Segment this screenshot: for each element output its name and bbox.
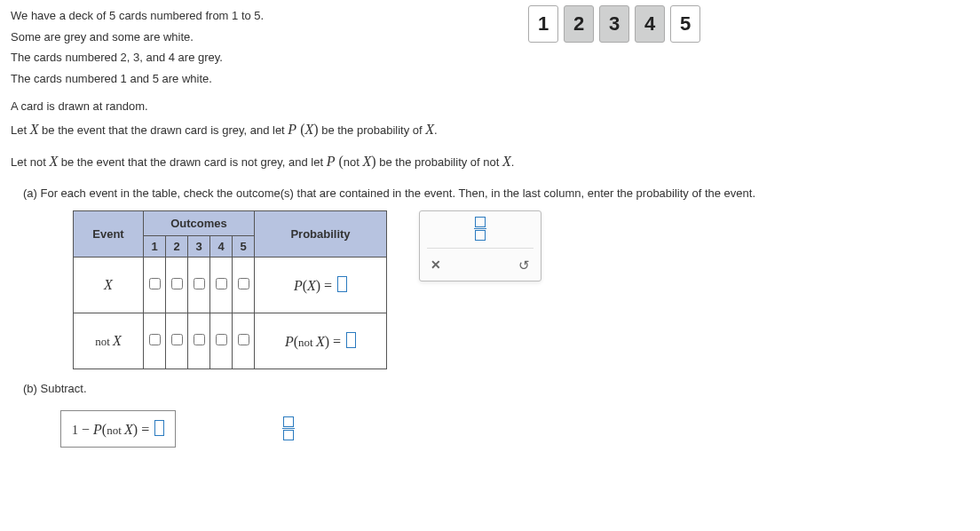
var-x: X [104, 277, 113, 292]
intro-line-4: The cards numbered 1 and 5 are white. [11, 70, 969, 88]
chk-x-2[interactable] [171, 278, 183, 289]
chk-x-4[interactable] [216, 278, 227, 289]
txt-not: not [298, 336, 316, 349]
definition-not-x: Let not X be the event that the drawn ca… [11, 151, 969, 172]
var-x: X [316, 334, 325, 349]
definition-x: A card is drawn at random. Let X be the … [11, 98, 969, 140]
fn-p: P [327, 154, 336, 169]
txt-not: not [344, 155, 363, 169]
chk-notx-3[interactable] [194, 334, 205, 345]
fn-p: P [288, 122, 296, 137]
row-x: X P(X) = [74, 258, 387, 313]
card-4: 4 [635, 5, 665, 43]
txt: be the probability of not [376, 155, 502, 169]
subtract-expression: 1 − P(not X) = [60, 410, 176, 448]
intro-text: We have a deck of 5 cards numbered from … [11, 7, 969, 87]
paren-open: ( [336, 154, 344, 169]
chk-notx-5[interactable] [238, 334, 249, 345]
fraction-numerator-icon [475, 217, 486, 227]
var-x: X [49, 154, 58, 169]
card-3: 3 [599, 5, 629, 43]
event-x-label: X [74, 258, 144, 313]
part-b-prompt: (b) Subtract. [23, 380, 969, 398]
def-notx-line: Let not X be the event that the drawn ca… [11, 151, 969, 172]
txt: Let not [11, 155, 49, 169]
fraction-denominator-icon [283, 430, 294, 440]
fraction-bar-icon [474, 228, 486, 229]
prob-x-cell: P(X) = [255, 258, 387, 313]
chk-x-5[interactable] [238, 278, 249, 289]
intro-line-3: The cards numbered 2, 3, and 4 are grey. [11, 49, 969, 67]
th-probability: Probability [255, 211, 387, 258]
answer-box-p-x[interactable] [337, 276, 347, 292]
event-notx-label: not X [74, 313, 144, 369]
tool-palette: ✕ ↺ [419, 210, 541, 281]
fraction-bar-icon [282, 428, 295, 429]
outcomes-table: Event Outcomes Probability 1 2 3 4 5 X P… [73, 210, 387, 369]
col-3: 3 [188, 236, 210, 258]
var-x: X [304, 122, 313, 137]
fn-p: P [294, 278, 303, 293]
def-line-2: Let X be the event that the drawn card i… [11, 119, 969, 140]
minus: − [78, 422, 93, 437]
reset-button[interactable]: ↺ [518, 258, 530, 273]
var-x: X [425, 122, 434, 137]
eq: = [329, 334, 344, 349]
var-x: X [30, 122, 39, 137]
clear-button[interactable]: ✕ [431, 258, 441, 273]
card-1: 1 [528, 5, 558, 43]
prob-notx-cell: P(not X) = [255, 313, 387, 369]
th-outcomes: Outcomes [144, 211, 255, 236]
def-line-1: A card is drawn at random. [11, 98, 969, 115]
col-4: 4 [210, 236, 233, 258]
var-x: X [124, 422, 133, 437]
txt: Let [11, 123, 30, 137]
fraction-numerator-icon [283, 416, 294, 427]
fraction-denominator-icon [475, 230, 486, 241]
txt: . [434, 123, 438, 137]
chk-notx-4[interactable] [216, 334, 227, 345]
intro-line-1: We have a deck of 5 cards numbered from … [11, 7, 969, 25]
fraction-button-b[interactable] [282, 416, 295, 440]
var-x: X [113, 333, 122, 348]
chk-notx-1[interactable] [149, 334, 161, 345]
col-5: 5 [233, 236, 255, 258]
card-5: 5 [670, 5, 700, 43]
fraction-button[interactable] [474, 217, 486, 241]
var-x: X [307, 278, 316, 293]
txt: . [511, 155, 515, 169]
chk-notx-2[interactable] [171, 334, 183, 345]
answer-box-subtract[interactable] [154, 420, 164, 436]
part-a-prompt: (a) For each event in the table, check t… [23, 185, 969, 202]
chk-x-3[interactable] [194, 278, 205, 289]
var-x: X [502, 154, 511, 169]
num-one: 1 [72, 424, 78, 437]
txt: be the event that the drawn card is not … [58, 155, 327, 169]
cards-row: 1 2 3 4 5 [528, 5, 700, 43]
txt-not: not [107, 424, 124, 437]
th-event: Event [74, 211, 144, 258]
txt: be the event that the drawn card is grey… [38, 123, 288, 137]
txt: be the probability of [319, 123, 426, 137]
var-x: X [363, 154, 372, 169]
col-2: 2 [166, 236, 188, 258]
fn-p: P [93, 422, 102, 437]
card-2: 2 [564, 5, 594, 43]
intro-line-2: Some are grey and some are white. [11, 28, 969, 46]
chk-x-1[interactable] [149, 278, 161, 289]
col-1: 1 [144, 236, 166, 258]
fn-p: P [285, 334, 294, 349]
row-not-x: not X P(not X) = [74, 313, 387, 369]
answer-box-p-notx[interactable] [346, 332, 356, 348]
eq: = [320, 278, 336, 293]
txt-not: not [95, 335, 113, 348]
eq: = [138, 422, 153, 437]
